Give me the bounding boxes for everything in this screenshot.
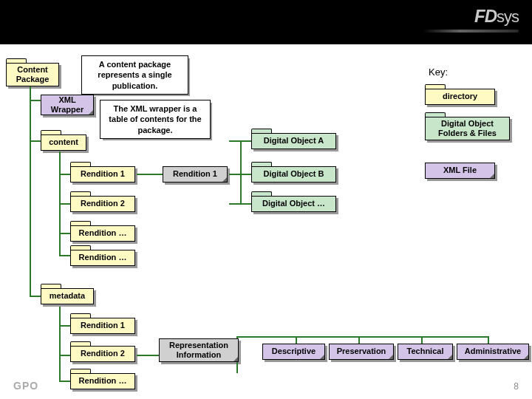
folder-label: metadata [41, 288, 94, 304]
key-xml-file: XML File [425, 163, 495, 179]
folder-rendition-more: Rendition … [70, 225, 135, 242]
folder-label: Digital Object A [251, 133, 336, 149]
folder-rendition-more-meta: Rendition … [70, 373, 135, 389]
file-label: Technical [407, 347, 444, 356]
folder-digital-object-a: Digital Object A [251, 133, 336, 149]
folder-label: Rendition … [70, 373, 135, 389]
tree-line [30, 100, 41, 101]
tree-line [30, 140, 41, 142]
folder-label: Rendition 2 [70, 346, 135, 362]
folder-content-package: Content Package [6, 63, 59, 86]
file-rendition-1: Rendition 1 [163, 166, 228, 183]
folder-label: Content Package [6, 63, 59, 86]
callout-text: The XML wrapper is a table of contents f… [109, 104, 201, 134]
folder-label: Digital Object Folders & Files [425, 117, 510, 140]
tree-line-metadata [59, 307, 61, 381]
folder-label: Rendition … [70, 225, 135, 242]
tree-line [59, 233, 70, 234]
file-label: XML Wrapper [44, 95, 90, 115]
diagram-canvas: Content Package A content package repres… [0, 44, 532, 399]
tree-line [59, 203, 70, 205]
tree-line [296, 336, 297, 344]
folder-content: content [41, 134, 86, 151]
folder-metadata: metadata [41, 288, 94, 304]
folder-label: Rendition 1 [70, 166, 135, 183]
file-representation-info: Representation Information [159, 338, 239, 362]
logo-fd: FD [474, 6, 497, 26]
folder-label: Rendition 2 [70, 196, 135, 212]
folder-label: content [41, 134, 86, 151]
key-title: Key: [429, 66, 448, 78]
folder-rendition-1-meta: Rendition 1 [70, 318, 135, 334]
key-directory: directory [425, 89, 495, 105]
folder-label: Digital Object … [251, 196, 336, 212]
file-descriptive: Descriptive [262, 344, 325, 360]
tree-line [59, 381, 70, 382]
file-label: Preservation [337, 347, 386, 356]
folder-rendition-1: Rendition 1 [70, 166, 135, 183]
file-label: Administrative [465, 347, 521, 356]
file-xml-wrapper: XML Wrapper [41, 95, 94, 115]
file-label: XML File [443, 166, 477, 175]
tree-line [59, 255, 70, 256]
gpo-logo: GPO [13, 380, 38, 392]
tree-line [137, 355, 159, 356]
tree-line [240, 140, 242, 205]
file-administrative: Administrative [457, 344, 529, 360]
file-preservation: Preservation [329, 344, 394, 360]
folder-digital-object-b: Digital Object B [251, 166, 336, 183]
file-label: Descriptive [272, 347, 316, 356]
header-bar: FDsys [0, 0, 532, 44]
folder-digital-object-more: Digital Object … [251, 196, 336, 212]
folder-rendition-more-2: Rendition … [70, 250, 135, 266]
key-digital-object: Digital Object Folders & Files [425, 117, 510, 140]
tree-line [59, 174, 70, 175]
tree-line-main [30, 81, 31, 296]
callout-xml-wrapper: The XML wrapper is a table of contents f… [100, 100, 211, 139]
folder-rendition-2: Rendition 2 [70, 196, 135, 212]
folder-rendition-2-meta: Rendition 2 [70, 346, 135, 362]
folder-label: directory [425, 89, 495, 105]
tree-line [236, 336, 488, 338]
callout-text: A content package represents a single pu… [98, 60, 171, 90]
logo-sys: sys [497, 7, 519, 26]
file-label: Rendition 1 [173, 169, 217, 179]
tree-line [59, 325, 70, 327]
fdsys-logo: FDsys [474, 6, 519, 27]
file-label: Representation Information [163, 341, 235, 360]
tree-line [137, 174, 163, 175]
callout-content-package: A content package represents a single pu… [81, 55, 188, 95]
tree-line [421, 336, 423, 344]
tree-line [59, 355, 70, 356]
tree-line [488, 336, 489, 344]
folder-label: Rendition 1 [70, 318, 135, 334]
logo-underline [423, 30, 519, 33]
page-number: 8 [514, 381, 519, 392]
tree-line [358, 336, 360, 344]
file-technical: Technical [398, 344, 453, 360]
folder-label: Digital Object B [251, 166, 336, 183]
tree-line [30, 296, 41, 297]
folder-label: Rendition … [70, 250, 135, 266]
